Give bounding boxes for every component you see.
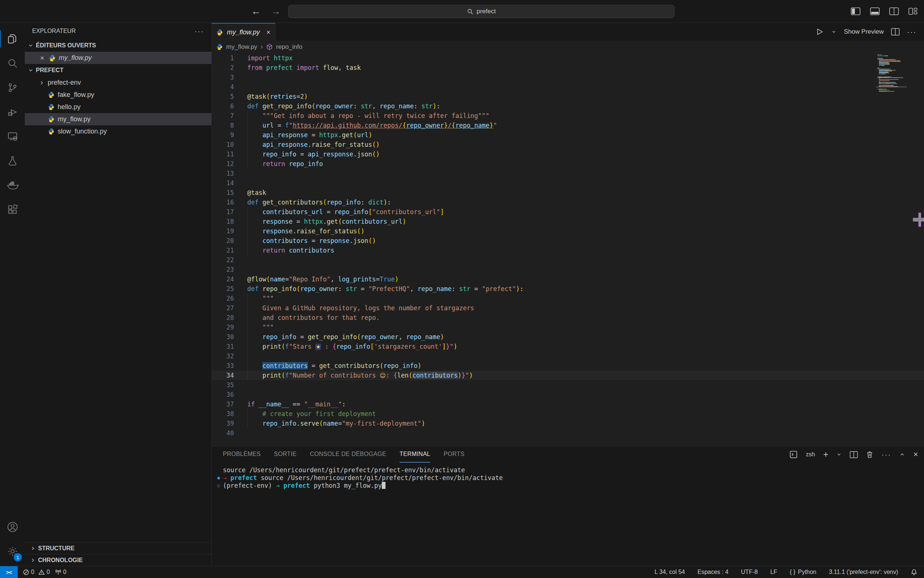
panel-tab-problèmes[interactable]: PROBLÈMES bbox=[223, 446, 261, 463]
code-line-9[interactable]: 9 api_response = httpx.get(url) bbox=[212, 130, 924, 140]
eol[interactable]: LF bbox=[770, 569, 777, 575]
tab-close-icon[interactable]: × bbox=[266, 28, 270, 37]
code-line-38[interactable]: 38 # create your first deployment bbox=[212, 409, 924, 419]
code-line-34[interactable]: 34 print(f"Number of contributors ☺: {le… bbox=[212, 370, 924, 380]
explorer-icon[interactable] bbox=[0, 27, 25, 51]
panel-tab-terminal[interactable]: TERMINAL bbox=[400, 446, 430, 463]
code-line-31[interactable]: 31 print(f"Stars ★ : {repo_info['stargaz… bbox=[212, 342, 924, 351]
code-line-28[interactable]: 28 and contributors for that repo. bbox=[212, 313, 924, 323]
source-control-icon[interactable] bbox=[0, 75, 25, 100]
docker-icon[interactable] bbox=[0, 173, 25, 198]
split-terminal-icon[interactable] bbox=[850, 451, 858, 458]
code-line-29[interactable]: 29 """ bbox=[212, 323, 924, 332]
open-editors-section[interactable]: ÉDITEURS OUVERTS bbox=[25, 39, 211, 52]
run-dropdown-icon[interactable] bbox=[831, 29, 837, 34]
accounts-icon[interactable] bbox=[0, 515, 25, 539]
code-line-23[interactable]: 23 bbox=[212, 265, 924, 274]
code-line-22[interactable]: 22 bbox=[212, 255, 924, 265]
code-line-18[interactable]: 18 response = httpx.get(contributors_url… bbox=[212, 217, 924, 226]
code-line-3[interactable]: 3 bbox=[212, 73, 924, 82]
code-line-1[interactable]: 1import httpx bbox=[212, 53, 924, 63]
tree-item-slow-function-py[interactable]: slow_function.py bbox=[25, 125, 211, 138]
code-line-27[interactable]: 27 Given a GitHub repository, logs the n… bbox=[212, 303, 924, 313]
encoding[interactable]: UTF-8 bbox=[741, 569, 758, 575]
code-line-26[interactable]: 26 """ bbox=[212, 294, 924, 303]
command-center-search[interactable]: prefect bbox=[288, 5, 675, 18]
code-line-15[interactable]: 15@task bbox=[212, 188, 924, 198]
code-line-19[interactable]: 19 response.raise_for_status() bbox=[212, 226, 924, 236]
remote-indicator[interactable]: >< bbox=[0, 566, 18, 578]
tab-my-flow[interactable]: my_flow.py × bbox=[212, 23, 275, 41]
python-interpreter[interactable]: 3.11.1 ('prefect-env': venv) bbox=[829, 569, 898, 575]
problems-status[interactable]: 0 0 bbox=[23, 569, 50, 575]
toggle-sidebar-icon[interactable] bbox=[851, 7, 861, 15]
code-line-33[interactable]: 33 contributors = get_contributors(repo_… bbox=[212, 361, 924, 370]
settings-gear-icon[interactable]: 1 bbox=[0, 539, 25, 563]
code-line-7[interactable]: 7 """Get info about a repo - will retry … bbox=[212, 111, 924, 120]
code-line-8[interactable]: 8 url = f"https://api.github.com/repos/{… bbox=[212, 120, 924, 130]
minimap[interactable] bbox=[877, 54, 906, 93]
close-editor-icon[interactable]: × bbox=[39, 54, 45, 62]
panel-more-actions-icon[interactable]: ··· bbox=[882, 450, 891, 459]
code-line-20[interactable]: 20 contributors = response.json() bbox=[212, 236, 924, 245]
code-line-21[interactable]: 21 return contributors bbox=[212, 245, 924, 255]
cursor-position[interactable]: L 34, col 54 bbox=[655, 569, 685, 575]
show-preview-button[interactable]: Show Preview bbox=[844, 28, 884, 36]
code-line-32[interactable]: 32 bbox=[212, 351, 924, 361]
search-view-icon[interactable] bbox=[0, 51, 25, 75]
timeline-section[interactable]: CHRONOLOGIE bbox=[25, 554, 211, 566]
open-editor-item[interactable]: × my_flow.py bbox=[25, 52, 211, 64]
code-line-36[interactable]: 36 bbox=[212, 390, 924, 399]
breadcrumb-symbol[interactable]: repo_info bbox=[276, 43, 302, 51]
new-terminal-icon[interactable]: + bbox=[823, 449, 828, 459]
code-line-10[interactable]: 10 api_response.raise_for_status() bbox=[212, 140, 924, 149]
terminal[interactable]: source /Users/henricourdent/git/prefect/… bbox=[212, 463, 924, 490]
code-line-2[interactable]: 2from prefect import flow, task bbox=[212, 63, 924, 73]
breadcrumb-file[interactable]: my_flow.py bbox=[226, 43, 257, 51]
terminal-dropdown-icon[interactable] bbox=[837, 452, 841, 457]
code-line-35[interactable]: 35 bbox=[212, 380, 924, 390]
customize-layout-icon[interactable] bbox=[908, 7, 918, 15]
panel-tab-sortie[interactable]: SORTIE bbox=[274, 446, 296, 463]
tree-item-prefect-env[interactable]: prefect-env bbox=[25, 76, 211, 89]
structure-section[interactable]: STRUCTURE bbox=[25, 542, 211, 554]
run-debug-icon[interactable] bbox=[0, 100, 25, 124]
code-line-25[interactable]: 25def repo_info(repo_owner: str = "Prefe… bbox=[212, 284, 924, 294]
code-line-4[interactable]: 4 bbox=[212, 82, 924, 92]
project-section[interactable]: PREFECT bbox=[25, 64, 211, 76]
notifications-bell-icon[interactable] bbox=[911, 569, 918, 575]
code-line-16[interactable]: 16def get_contributors(repo_info: dict): bbox=[212, 198, 924, 207]
split-editor-icon[interactable] bbox=[891, 28, 900, 36]
maximize-panel-icon[interactable] bbox=[899, 451, 905, 458]
code-line-17[interactable]: 17 contributors_url = repo_info["contrib… bbox=[212, 207, 924, 217]
panel-tab-ports[interactable]: PORTS bbox=[443, 446, 464, 463]
code-line-11[interactable]: 11 repo_info = api_response.json() bbox=[212, 149, 924, 159]
remote-explorer-icon[interactable] bbox=[0, 124, 25, 149]
toggle-secondary-sidebar-icon[interactable] bbox=[889, 7, 899, 15]
code-line-12[interactable]: 12 return repo_info bbox=[212, 159, 924, 169]
run-file-icon[interactable] bbox=[815, 28, 824, 36]
panel-tab-console-de-débogage[interactable]: CONSOLE DE DÉBOGAGE bbox=[310, 446, 386, 463]
code-line-6[interactable]: 6def get_repo_info(repo_owner: str, repo… bbox=[212, 101, 924, 111]
terminal-launch-icon[interactable] bbox=[790, 450, 798, 459]
editor-more-actions-icon[interactable]: ··· bbox=[907, 28, 917, 36]
ports-status[interactable]: 0 bbox=[55, 569, 66, 575]
tree-item-hello-py[interactable]: hello.py bbox=[25, 101, 211, 113]
code-line-30[interactable]: 30 repo_info = get_repo_info(repo_owner,… bbox=[212, 332, 924, 342]
close-panel-icon[interactable]: × bbox=[913, 450, 918, 459]
code-line-13[interactable]: 13 bbox=[212, 169, 924, 178]
nav-back-icon[interactable]: ← bbox=[251, 6, 261, 17]
kill-terminal-icon[interactable] bbox=[866, 451, 873, 458]
overview-ruler[interactable] bbox=[913, 53, 924, 446]
code-line-24[interactable]: 24@flow(name="Repo Info", log_prints=Tru… bbox=[212, 274, 924, 284]
tree-item-my-flow-py[interactable]: my_flow.py bbox=[25, 113, 211, 125]
language-mode[interactable]: { } Python bbox=[790, 569, 816, 575]
code-editor[interactable]: 1import httpx2from prefect import flow, … bbox=[212, 53, 924, 446]
indentation[interactable]: Espaces : 4 bbox=[697, 569, 728, 575]
explorer-more-actions-icon[interactable]: ··· bbox=[194, 27, 204, 36]
code-line-5[interactable]: 5@task(retries=2) bbox=[212, 92, 924, 101]
code-line-39[interactable]: 39 repo_info.serve(name="my-first-deploy… bbox=[212, 419, 924, 428]
nav-forward-icon[interactable]: → bbox=[271, 6, 281, 17]
testing-icon[interactable] bbox=[0, 149, 25, 173]
code-line-37[interactable]: 37if __name__ == "__main__": bbox=[212, 399, 924, 409]
